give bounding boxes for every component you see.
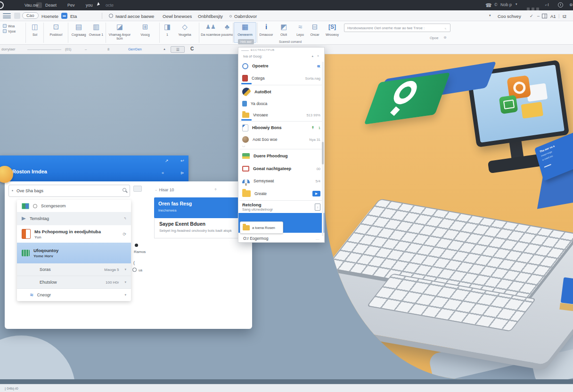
ribbon-button[interactable]: ◩ Olcit: [275, 23, 292, 37]
ribbon-button[interactable]: ≈ Lepo: [293, 23, 307, 37]
copy-icon: [3, 29, 7, 33]
forward-icon[interactable]: ⊳: [180, 171, 184, 175]
menu-item[interactable]: O:r Eogermog …: [238, 233, 324, 244]
activity-dropdown[interactable]: Coo schvey: [498, 14, 521, 19]
chevron-down-icon[interactable]: ▾: [489, 14, 491, 17]
tab-item[interactable]: Iward aecoe baewe: [115, 14, 154, 19]
list-item[interactable]: Soras Maoga 5 ▾: [17, 263, 131, 276]
chevron-down-icon[interactable]: ▾: [124, 280, 126, 284]
tab-item[interactable]: Oabrrdovor: [234, 14, 257, 19]
ribbon-button[interactable]: Vpoe: [3, 29, 23, 33]
menu-item[interactable]: Deaet: [45, 3, 57, 8]
header-icons[interactable]: ▴ ×: [311, 54, 320, 60]
folder-tab-button[interactable]: a toena Rosen: [240, 221, 283, 234]
list-item-selected[interactable]: UfoqountoyYome Horv: [17, 243, 131, 263]
plus-icon[interactable]: ⊕: [443, 35, 447, 40]
phone-icon[interactable]: ☎: [485, 2, 492, 8]
menu-item[interactable]: Duere Phoodnug: [238, 149, 324, 163]
layout-grid-icon[interactable]: [542, 14, 547, 18]
ribbon-button[interactable]: ⊟ Oncar: [307, 23, 322, 37]
maximize-icon[interactable]: ↗: [165, 158, 169, 163]
quickbar-link[interactable]: GerrDen: [128, 47, 142, 51]
ribbon-button[interactable]: i Dmaooor: [258, 23, 274, 37]
caret-up-icon[interactable]: ▲: [163, 48, 166, 50]
cursor-icon: [97, 2, 100, 6]
active-tab-icon: [61, 13, 67, 19]
tab-active[interactable]: Eta: [70, 14, 77, 19]
folder-chip-icon[interactable]: [133, 186, 142, 192]
status-dropdown[interactable]: Nob p: [500, 2, 512, 7]
zoom-control[interactable]: t2: [563, 14, 566, 19]
dot-marker-icon: [135, 244, 138, 247]
highlighted-row[interactable]: a toena Rosen: [238, 213, 324, 233]
undo-icon[interactable]: ↩: [180, 158, 184, 163]
active-underline: [241, 83, 252, 84]
ribbon-button[interactable]: ◇ Yeugeba: [174, 23, 195, 37]
divider-line: [27, 49, 61, 50]
menu-item[interactable]: Vreoaee 513 99%: [238, 109, 324, 121]
font-size-control[interactable]: A1: [550, 14, 556, 19]
window-icon: ◫: [27, 23, 42, 32]
clock-icon[interactable]: [558, 2, 563, 8]
square-icon: ▫: [156, 188, 156, 192]
menu-item[interactable]: Cotega Sorta.nag: [238, 72, 324, 85]
menu-item[interactable]: you: [86, 3, 93, 8]
menu-item[interactable]: Vau.ow: [25, 3, 38, 8]
tray-icons[interactable]: [527, 4, 541, 12]
ribbon-button[interactable]: ▤ Cograaag: [70, 23, 88, 37]
scrollbar-track[interactable]: [322, 62, 324, 236]
list-item[interactable]: ≈ Cneogr ▾: [17, 288, 131, 301]
club-icon: ♣: [221, 23, 234, 32]
list-item[interactable]: Ms Pchopomug in eeodjuhtubaYun ⟳: [17, 225, 131, 243]
ribbon-button[interactable]: ⊡ Posbioo!: [45, 23, 67, 37]
dialog-search-input[interactable]: [8, 185, 130, 197]
list-item[interactable]: Ehutslow 100 H0r ▾: [17, 276, 131, 288]
ribbon-button[interactable]: ◪ Vhamag Anpor bcm: [107, 23, 132, 41]
chevron-down-icon[interactable]: ▾: [124, 268, 126, 271]
refresh-icon[interactable]: ⟳: [123, 232, 126, 237]
record-icon[interactable]: ©: [494, 2, 498, 7]
ribbon-button[interactable]: [S] Wrooeoy: [323, 23, 341, 37]
ribbon-button[interactable]: ◨ 1: [161, 23, 173, 37]
menu-item[interactable]: Ya dooca: [238, 98, 324, 109]
ribbon-button[interactable]: ◫ Sol: [27, 23, 42, 37]
option-card[interactable]: Saype Exent Bduen Sebyet lng-fwadned onc…: [154, 218, 246, 238]
refresh-circle-icon: [242, 63, 248, 69]
menu-item[interactable]: Aost Soo woe Nya 31: [238, 134, 324, 145]
dropdown-header: Iva of Goog: ▴ ×: [238, 53, 324, 60]
tab-home[interactable]: Hoenete: [41, 14, 58, 19]
layout-icon[interactable]: ⌐I: [545, 2, 549, 7]
menu-item[interactable]: Opoetre ∝: [238, 60, 324, 72]
refresh-button[interactable]: C: [190, 46, 194, 51]
primary-action-button[interactable]: Oren fas Resg lnecherwea: [154, 197, 238, 218]
hamburger-menu-icon[interactable]: [3, 13, 11, 20]
menu-item[interactable]: Pev: [67, 3, 75, 8]
ribbon-button[interactable]: ▥ Oveoue 1: [88, 23, 105, 37]
minimize-icon[interactable]: –: [537, 14, 540, 18]
check-icon[interactable]: ✓: [530, 14, 533, 18]
ribbon-button-active[interactable]: ▦ Oereeerm: [235, 23, 255, 37]
chevron-down-icon[interactable]: ▾: [124, 293, 126, 297]
list-item[interactable]: Scengeseom: [17, 200, 131, 212]
list-item[interactable]: Temslntag ↰: [17, 212, 131, 225]
tab-item[interactable]: Oewl bnewoes: [163, 14, 192, 19]
ribbon-button[interactable]: ♣ pousmo: [221, 23, 234, 37]
menu-item[interactable]: Hboowiy Bons ↟ 1: [238, 122, 324, 134]
ribbon-sub-button[interactable]: Hek awr: [238, 39, 254, 44]
toggle-pill[interactable]: Cao: [22, 12, 39, 19]
menu-item[interactable]: AutoBot: [238, 85, 324, 98]
menu-item[interactable]: Goeat nachtgateep 00: [238, 163, 324, 175]
window-titlebar: Roston Irndea ↗ ↩ « ⊳: [0, 155, 188, 181]
bullet-icon: [12, 190, 13, 191]
back-icon[interactable]: «: [162, 171, 164, 175]
menu-item[interactable]: Semsyswat 5/4: [238, 175, 324, 187]
ribbon-button[interactable]: ♟♟ Da ncamteoe: [201, 23, 221, 37]
hand-tool-button[interactable]: ☰: [171, 46, 185, 53]
scrollbar-thumb[interactable]: [322, 142, 324, 164]
ribbon-search-input[interactable]: [344, 24, 450, 32]
tab-item[interactable]: Onbhtlbesjty: [198, 14, 223, 19]
menu-item[interactable]: Retclong Sang ufcnedietnogr ↓: [238, 201, 324, 213]
menu-item[interactable]: Greate ▶: [238, 187, 324, 200]
ribbon-button[interactable]: ⊞ Voocg: [134, 23, 156, 37]
ribbon-button[interactable]: Woa: [3, 24, 23, 28]
